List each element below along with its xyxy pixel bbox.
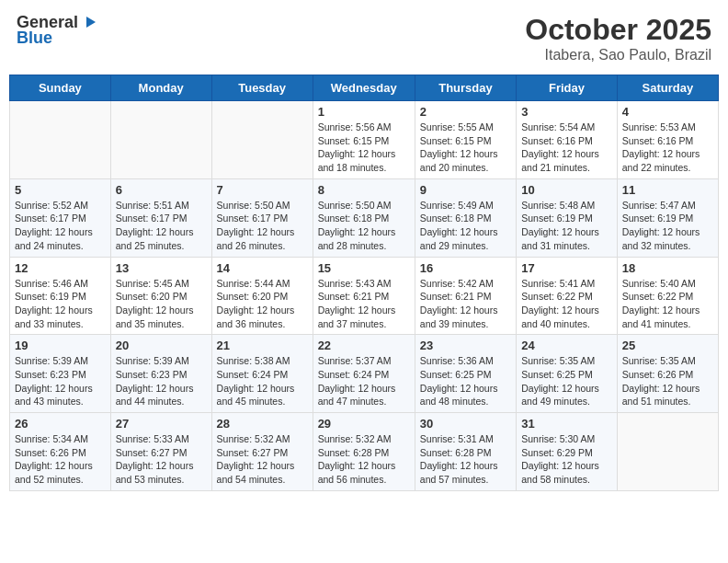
day-info: Sunrise: 5:35 AMSunset: 6:26 PMDaylight:… <box>622 354 713 408</box>
day-info: Sunrise: 5:45 AMSunset: 6:20 PMDaylight:… <box>116 277 207 331</box>
calendar-cell <box>10 101 111 179</box>
month-title: October 2025 <box>525 13 711 47</box>
day-info: Sunrise: 5:47 AMSunset: 6:19 PMDaylight:… <box>622 199 713 253</box>
calendar-cell: 10Sunrise: 5:48 AMSunset: 6:19 PMDayligh… <box>517 178 618 257</box>
calendar-cell: 9Sunrise: 5:49 AMSunset: 6:18 PMDaylight… <box>415 178 516 257</box>
calendar-cell: 28Sunrise: 5:32 AMSunset: 6:27 PMDayligh… <box>211 413 313 491</box>
day-info: Sunrise: 5:42 AMSunset: 6:21 PMDaylight:… <box>420 277 511 331</box>
day-info: Sunrise: 5:53 AMSunset: 6:16 PMDaylight:… <box>622 121 713 175</box>
day-info: Sunrise: 5:44 AMSunset: 6:20 PMDaylight:… <box>217 277 308 331</box>
calendar-cell: 14Sunrise: 5:44 AMSunset: 6:20 PMDayligh… <box>211 257 313 335</box>
weekday-header-tuesday: Tuesday <box>211 75 313 101</box>
calendar-table: SundayMondayTuesdayWednesdayThursdayFrid… <box>9 75 719 491</box>
week-row-5: 26Sunrise: 5:34 AMSunset: 6:26 PMDayligh… <box>10 413 719 491</box>
weekday-header-sunday: Sunday <box>10 75 111 101</box>
day-info: Sunrise: 5:39 AMSunset: 6:23 PMDaylight:… <box>15 354 106 408</box>
week-row-2: 5Sunrise: 5:52 AMSunset: 6:17 PMDaylight… <box>10 178 719 257</box>
header: General Blue October 2025 Itabera, Sao P… <box>9 9 719 67</box>
calendar-cell: 16Sunrise: 5:42 AMSunset: 6:21 PMDayligh… <box>415 257 516 335</box>
weekday-header-saturday: Saturday <box>617 75 718 101</box>
day-info: Sunrise: 5:32 AMSunset: 6:28 PMDaylight:… <box>318 432 410 487</box>
day-number: 21 <box>217 339 308 352</box>
day-number: 15 <box>318 261 410 275</box>
day-info: Sunrise: 5:37 AMSunset: 6:24 PMDaylight:… <box>318 354 410 408</box>
day-number: 25 <box>622 339 713 352</box>
weekday-header-monday: Monday <box>110 75 211 101</box>
week-row-1: 1Sunrise: 5:56 AMSunset: 6:15 PMDaylight… <box>10 101 719 179</box>
calendar-cell: 19Sunrise: 5:39 AMSunset: 6:23 PMDayligh… <box>10 335 111 413</box>
week-row-3: 12Sunrise: 5:46 AMSunset: 6:19 PMDayligh… <box>10 257 719 335</box>
day-info: Sunrise: 5:48 AMSunset: 6:19 PMDaylight:… <box>521 199 612 253</box>
calendar-cell: 24Sunrise: 5:35 AMSunset: 6:25 PMDayligh… <box>517 335 618 413</box>
weekday-header-friday: Friday <box>517 75 618 101</box>
day-number: 4 <box>622 105 713 119</box>
day-number: 17 <box>521 261 612 275</box>
weekday-header-thursday: Thursday <box>415 75 516 101</box>
day-info: Sunrise: 5:51 AMSunset: 6:17 PMDaylight:… <box>116 199 207 253</box>
calendar-cell: 30Sunrise: 5:31 AMSunset: 6:28 PMDayligh… <box>415 413 516 491</box>
day-info: Sunrise: 5:55 AMSunset: 6:15 PMDaylight:… <box>420 121 511 175</box>
day-number: 14 <box>217 261 308 275</box>
calendar-cell: 6Sunrise: 5:51 AMSunset: 6:17 PMDaylight… <box>110 178 211 257</box>
calendar-cell: 12Sunrise: 5:46 AMSunset: 6:19 PMDayligh… <box>10 257 111 335</box>
weekday-header-row: SundayMondayTuesdayWednesdayThursdayFrid… <box>10 75 719 101</box>
logo-blue: Blue <box>17 29 52 48</box>
calendar-cell: 27Sunrise: 5:33 AMSunset: 6:27 PMDayligh… <box>110 413 211 491</box>
logo-arrow-icon <box>79 13 97 31</box>
calendar-cell: 13Sunrise: 5:45 AMSunset: 6:20 PMDayligh… <box>110 257 211 335</box>
day-number: 8 <box>318 183 410 197</box>
day-number: 13 <box>116 261 207 275</box>
day-number: 16 <box>420 261 511 275</box>
day-info: Sunrise: 5:50 AMSunset: 6:18 PMDaylight:… <box>318 199 410 253</box>
day-number: 1 <box>318 105 410 119</box>
day-number: 11 <box>622 183 713 197</box>
day-number: 24 <box>521 339 612 352</box>
day-number: 20 <box>116 339 207 352</box>
day-info: Sunrise: 5:30 AMSunset: 6:29 PMDaylight:… <box>521 432 612 487</box>
calendar-cell: 11Sunrise: 5:47 AMSunset: 6:19 PMDayligh… <box>617 178 718 257</box>
calendar-cell: 4Sunrise: 5:53 AMSunset: 6:16 PMDaylight… <box>617 101 718 179</box>
day-info: Sunrise: 5:38 AMSunset: 6:24 PMDaylight:… <box>217 354 308 408</box>
day-info: Sunrise: 5:52 AMSunset: 6:17 PMDaylight:… <box>15 199 106 253</box>
day-info: Sunrise: 5:49 AMSunset: 6:18 PMDaylight:… <box>420 199 511 253</box>
calendar-cell: 29Sunrise: 5:32 AMSunset: 6:28 PMDayligh… <box>313 413 415 491</box>
day-info: Sunrise: 5:32 AMSunset: 6:27 PMDaylight:… <box>217 432 308 487</box>
day-info: Sunrise: 5:54 AMSunset: 6:16 PMDaylight:… <box>521 121 612 175</box>
calendar-cell: 3Sunrise: 5:54 AMSunset: 6:16 PMDaylight… <box>517 101 618 179</box>
week-row-4: 19Sunrise: 5:39 AMSunset: 6:23 PMDayligh… <box>10 335 719 413</box>
day-info: Sunrise: 5:39 AMSunset: 6:23 PMDaylight:… <box>116 354 207 408</box>
day-number: 22 <box>318 339 410 352</box>
title-area: October 2025 Itabera, Sao Paulo, Brazil <box>525 13 711 63</box>
calendar-cell <box>110 101 211 179</box>
day-number: 28 <box>217 417 308 431</box>
day-info: Sunrise: 5:41 AMSunset: 6:22 PMDaylight:… <box>521 277 612 331</box>
day-number: 5 <box>15 183 106 197</box>
calendar-cell: 5Sunrise: 5:52 AMSunset: 6:17 PMDaylight… <box>10 178 111 257</box>
day-number: 10 <box>521 183 612 197</box>
day-info: Sunrise: 5:34 AMSunset: 6:26 PMDaylight:… <box>15 432 106 487</box>
calendar-cell: 21Sunrise: 5:38 AMSunset: 6:24 PMDayligh… <box>211 335 313 413</box>
calendar-cell: 31Sunrise: 5:30 AMSunset: 6:29 PMDayligh… <box>517 413 618 491</box>
day-number: 3 <box>521 105 612 119</box>
day-number: 6 <box>116 183 207 197</box>
svg-marker-0 <box>86 17 96 28</box>
day-info: Sunrise: 5:33 AMSunset: 6:27 PMDaylight:… <box>116 432 207 487</box>
logo: General Blue <box>17 13 97 48</box>
day-info: Sunrise: 5:40 AMSunset: 6:22 PMDaylight:… <box>622 277 713 331</box>
day-number: 26 <box>15 417 106 431</box>
day-number: 19 <box>15 339 106 352</box>
day-number: 18 <box>622 261 713 275</box>
day-number: 23 <box>420 339 511 352</box>
day-info: Sunrise: 5:46 AMSunset: 6:19 PMDaylight:… <box>15 277 106 331</box>
day-info: Sunrise: 5:50 AMSunset: 6:17 PMDaylight:… <box>217 199 308 253</box>
calendar-cell: 22Sunrise: 5:37 AMSunset: 6:24 PMDayligh… <box>313 335 415 413</box>
calendar-cell: 15Sunrise: 5:43 AMSunset: 6:21 PMDayligh… <box>313 257 415 335</box>
calendar-cell: 26Sunrise: 5:34 AMSunset: 6:26 PMDayligh… <box>10 413 111 491</box>
day-info: Sunrise: 5:31 AMSunset: 6:28 PMDaylight:… <box>420 432 511 487</box>
calendar-cell: 17Sunrise: 5:41 AMSunset: 6:22 PMDayligh… <box>517 257 618 335</box>
calendar-cell: 7Sunrise: 5:50 AMSunset: 6:17 PMDaylight… <box>211 178 313 257</box>
calendar-cell <box>617 413 718 491</box>
calendar-cell: 23Sunrise: 5:36 AMSunset: 6:25 PMDayligh… <box>415 335 516 413</box>
day-number: 7 <box>217 183 308 197</box>
calendar-cell: 8Sunrise: 5:50 AMSunset: 6:18 PMDaylight… <box>313 178 415 257</box>
